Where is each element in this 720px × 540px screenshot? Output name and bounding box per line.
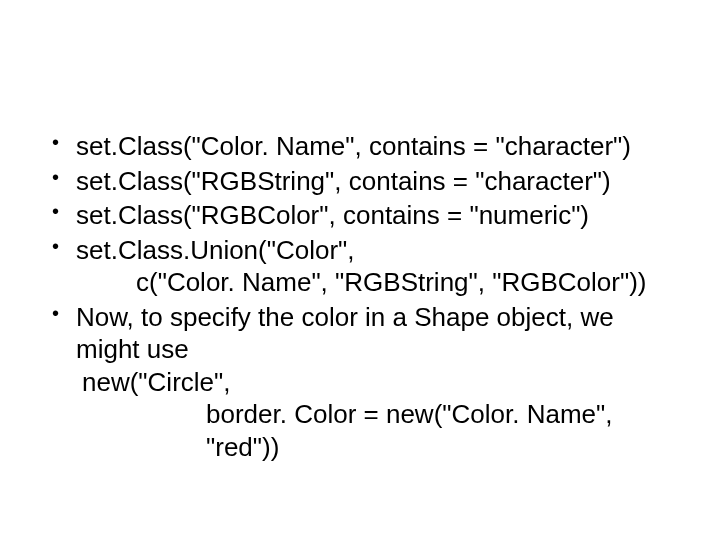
bullet-text: set.Class("Color. Name", contains = "cha… [76, 131, 631, 161]
bullet-text: set.Class("RGBString", contains = "chara… [76, 166, 611, 196]
bullet-continuation: c("Color. Name", "RGBString", "RGBColor"… [76, 266, 680, 299]
bullet-continuation: border. Color = new("Color. Name", "red"… [76, 398, 680, 463]
list-item: set.Class("Color. Name", contains = "cha… [40, 130, 680, 163]
list-item: Now, to specify the color in a Shape obj… [40, 301, 680, 464]
list-item: set.Class.Union("Color", c("Color. Name"… [40, 234, 680, 299]
bullet-text: set.Class.Union("Color", [76, 235, 355, 265]
bullet-text: set.Class("RGBColor", contains = "numeri… [76, 200, 589, 230]
bullet-text: Now, to specify the color in a Shape obj… [76, 302, 614, 332]
list-item: set.Class("RGBColor", contains = "numeri… [40, 199, 680, 232]
bullet-continuation: might use [76, 333, 680, 366]
list-item: set.Class("RGBString", contains = "chara… [40, 165, 680, 198]
bullet-list: set.Class("Color. Name", contains = "cha… [40, 130, 680, 463]
bullet-continuation: new("Circle", [76, 366, 680, 399]
